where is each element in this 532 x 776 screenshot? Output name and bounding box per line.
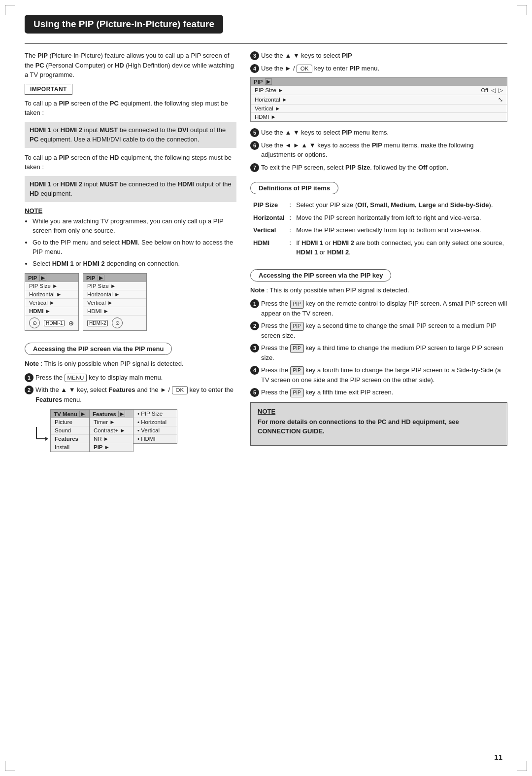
def-desc-horiz: Move the PIP screen horizontally from le… bbox=[294, 212, 506, 224]
hdmi2-circle: ⊙ bbox=[112, 317, 123, 328]
important-text: To call up a PIP screen of the PC equipm… bbox=[25, 99, 236, 118]
right-arrow-icon: ▷ bbox=[499, 87, 503, 94]
pip-step-1: 1 Press the PIP key on the remote contro… bbox=[250, 299, 507, 318]
pip-icons-right: HDMI-2 ⊙ bbox=[83, 316, 146, 330]
page-title-section: Using the PIP (Picture-in-Picture) featu… bbox=[25, 15, 507, 44]
pip-panel-right-title: PIP ▶ bbox=[83, 274, 146, 282]
tv-row-sound: Sound bbox=[51, 426, 89, 435]
right-pip-size-icons: Off ◁ ▷ bbox=[481, 87, 503, 94]
def-desc-pipsize: Select your PIP size (Off, Small, Medium… bbox=[294, 199, 506, 211]
step-3: 3 Use the ▲ ▼ keys to select PIP bbox=[250, 51, 507, 61]
pip-key-icon-3: PIP bbox=[290, 344, 304, 353]
def-row-hdmi: HDMI : If HDMI 1 or HDMI 2 are both conn… bbox=[251, 237, 506, 258]
right-pip-hdmi: HDMI ► bbox=[251, 113, 507, 121]
pip-opt-size: • PIP Size bbox=[133, 410, 177, 418]
hdmi2-label: HDMI-2 bbox=[87, 320, 108, 326]
off-label: Off bbox=[481, 87, 488, 93]
right-pip-vert-label: Vertical ► bbox=[255, 106, 280, 111]
def-colon-2: : bbox=[288, 212, 294, 224]
note-bottom-text: For more details on connections to the P… bbox=[258, 417, 500, 436]
step-6: 6 Use the ◄ ► ▲ ▼ keys to access the PIP… bbox=[250, 141, 507, 160]
def-row-pipsize: PIP Size : Select your PIP size (Off, Sm… bbox=[251, 199, 506, 211]
tv-menu-illustration: TV Menu ▶ Picture Sound Features Install… bbox=[34, 409, 236, 452]
step-4: 4 Use the ► / OK key to enter PIP menu. bbox=[250, 64, 507, 73]
corner-mark-br bbox=[517, 761, 527, 771]
right-pip-horiz-icon: ⤡ bbox=[498, 96, 503, 103]
features-panel-title: Features ▶ bbox=[90, 410, 133, 418]
pip-step-1-content: Press the PIP key on the remote control … bbox=[261, 299, 507, 318]
note-label: NOTE bbox=[25, 207, 236, 214]
def-row-vert: Vertical : Move the PIP screen verticall… bbox=[251, 224, 506, 236]
pip-step-4-num: 4 bbox=[250, 366, 259, 375]
pip-step-4: 4 Press the PIP key a fourth time to cha… bbox=[250, 365, 507, 385]
step-6-content: Use the ◄ ► ▲ ▼ keys to access the PIP m… bbox=[261, 141, 507, 160]
pip-step-4-content: Press the PIP key a fourth time to chang… bbox=[261, 365, 507, 385]
step-4-num: 4 bbox=[250, 64, 259, 73]
right-pip-title: PIP ▶ bbox=[251, 77, 507, 86]
note-item-2: Go to the PIP menu and select HDMI. See … bbox=[33, 238, 236, 257]
right-pip-vert: Vertical ► bbox=[251, 105, 507, 113]
pip-icons-left: ⊙ HDMI-1 ⊕ bbox=[25, 316, 78, 330]
pip-menu-section: Accessing the PIP screen via the PIP men… bbox=[25, 338, 236, 452]
pip-row-horiz-right: Horizontal ► bbox=[83, 290, 146, 299]
hdmi1-icon: ⊙ bbox=[29, 317, 40, 328]
page-number: 11 bbox=[494, 753, 502, 761]
tv-menu-title: TV Menu ▶ bbox=[51, 410, 89, 418]
pip-menu-section-label: Accessing the PIP screen via the PIP men… bbox=[25, 343, 172, 355]
main-content: The PIP (Picture-in-Picture) feature all… bbox=[25, 51, 507, 452]
pip-step-3-num: 3 bbox=[250, 344, 259, 353]
pip-key-icon-2: PIP bbox=[290, 322, 304, 331]
important-box: IMPORTANT bbox=[25, 84, 236, 99]
arrow-area bbox=[34, 418, 48, 443]
important-label: IMPORTANT bbox=[25, 84, 72, 95]
hdmi1-circle: ⊙ bbox=[29, 317, 40, 328]
pip-step-2-num: 2 bbox=[250, 321, 259, 330]
step-7-content: To exit the PIP screen, select PIP Size.… bbox=[261, 163, 507, 173]
pip-key-section: Accessing the PIP screen via the PIP key… bbox=[250, 264, 507, 446]
note-list: While you are watching TV programmes, yo… bbox=[25, 216, 236, 269]
right-pip-panel: PIP ▶ PIP Size ► Off ◁ ▷ Horizontal ► ⤡ … bbox=[250, 77, 507, 122]
definitions-label: Definitions of PIP items bbox=[250, 182, 338, 194]
pip-row-horiz-left: Horizontal ► bbox=[25, 290, 78, 299]
pip-opt-horiz: • Horizontal bbox=[133, 418, 177, 426]
ok-key-step4: OK bbox=[297, 65, 312, 73]
pip-options-panel: • PIP Size • Horizontal • Vertical • HDM… bbox=[133, 409, 177, 444]
note-bottom-label: NOTE bbox=[258, 408, 500, 415]
tv-row-features: Features bbox=[51, 435, 89, 443]
page-title: Using the PIP (Picture-in-Picture) featu… bbox=[25, 15, 223, 34]
hd-text: To call up a PIP screen of the HD equipm… bbox=[25, 153, 236, 172]
note-item-1: While you are watching TV programmes, yo… bbox=[33, 216, 236, 236]
pip-step-5: 5 Press the PIP key a fifth time exit PI… bbox=[250, 388, 507, 397]
step-5-content: Use the ▲ ▼ keys to select PIP menu item… bbox=[261, 128, 507, 138]
pip-row-size-left: PIP Size ► bbox=[25, 282, 78, 290]
def-row-horiz: Horizontal : Move the PIP screen horizon… bbox=[251, 212, 506, 224]
def-colon-3: : bbox=[288, 224, 294, 236]
definitions-table: PIP Size : Select your PIP size (Off, Sm… bbox=[250, 198, 507, 259]
pip-step-2: 2 Press the PIP key a second time to cha… bbox=[250, 321, 507, 340]
note-section: NOTE While you are watching TV programme… bbox=[25, 207, 236, 269]
step-3-num: 3 bbox=[250, 51, 259, 60]
right-pip-size: PIP Size ► Off ◁ ▷ bbox=[251, 86, 507, 95]
features-row-pip: PIP ► bbox=[90, 443, 133, 452]
step-1-num: 1 bbox=[25, 373, 33, 382]
corner-mark-bl bbox=[5, 761, 15, 771]
right-pip-horiz: Horizontal ► ⤡ bbox=[251, 95, 507, 105]
tv-menu-panel: TV Menu ▶ Picture Sound Features Install bbox=[50, 409, 90, 452]
pip-step-2-content: Press the PIP key a second time to chang… bbox=[261, 321, 507, 340]
step-6-num: 6 bbox=[250, 141, 259, 150]
step-4-content: Use the ► / OK key to enter PIP menu. bbox=[261, 64, 507, 73]
pip-key-icon-4: PIP bbox=[290, 366, 304, 375]
definitions-section: Definitions of PIP items PIP Size : Sele… bbox=[250, 177, 507, 259]
corner-mark-tr bbox=[517, 5, 527, 15]
pip-key-note: Note : This is only possible when PIP si… bbox=[250, 285, 507, 295]
def-colon-4: : bbox=[288, 237, 294, 258]
hdmi-note-1: HDMI 1 or HDMI 2 input MUST be connected… bbox=[25, 122, 236, 148]
def-term-pipsize: PIP Size bbox=[251, 199, 287, 211]
hdmi-note-2: HDMI 1 or HDMI 2 input MUST be connected… bbox=[25, 176, 236, 202]
hdmi2-icon: ⊙ bbox=[112, 317, 123, 328]
pip-step-5-num: 5 bbox=[250, 388, 259, 397]
def-colon-1: : bbox=[288, 199, 294, 211]
pip-key-icon-5: PIP bbox=[290, 388, 304, 397]
intro-text: The PIP (Picture-in-Picture) feature all… bbox=[25, 51, 236, 80]
right-pip-size-label: PIP Size ► bbox=[255, 87, 283, 93]
